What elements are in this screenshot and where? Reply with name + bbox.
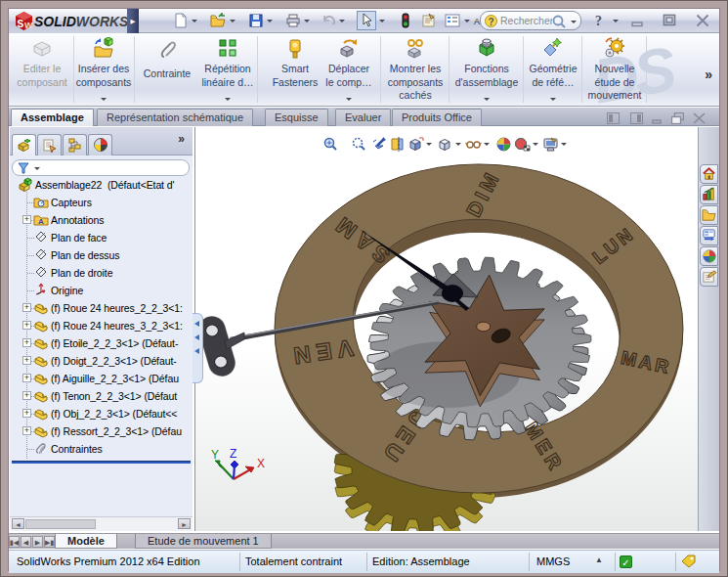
svg-text:S: S	[18, 19, 24, 29]
svg-text:W: W	[24, 21, 33, 30]
svg-text:?: ?	[595, 14, 602, 28]
svg-text:Z: Z	[230, 447, 236, 461]
svg-text:Y: Y	[211, 448, 219, 462]
svg-text:X: X	[257, 457, 265, 470]
svg-text:A: A	[38, 217, 44, 226]
